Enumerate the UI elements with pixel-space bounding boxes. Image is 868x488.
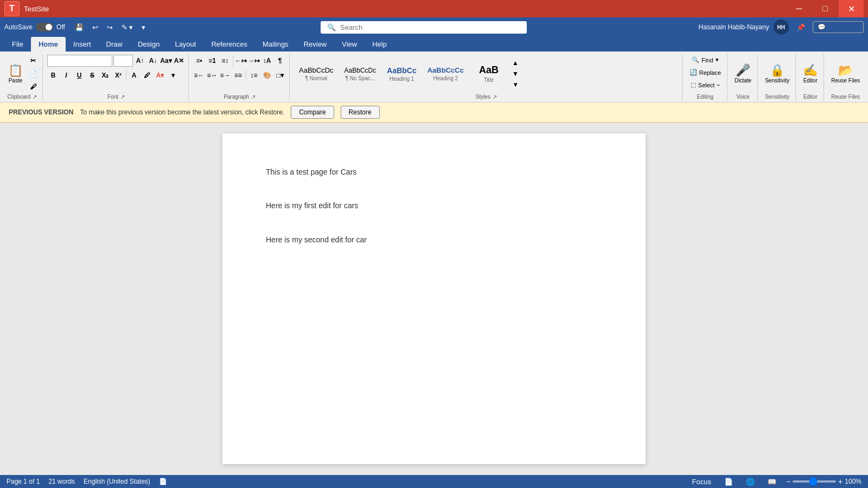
ribbon-area: AutoSave Off 💾 ↩ ↪ ✎ ▾ ▾ 🔍 Hasanain Habi… [0, 17, 868, 102]
font-size-input[interactable] [113, 55, 133, 67]
find-button[interactable]: 🔍 Find ▾ [687, 55, 724, 65]
align-center-button[interactable]: ≡↔ [206, 69, 218, 81]
cut-button[interactable]: ✂ [27, 55, 39, 67]
compare-button[interactable]: Compare [291, 106, 334, 119]
font-expand-icon[interactable]: ↗ [120, 94, 125, 100]
paste-icon: 📋 [8, 65, 23, 76]
paragraph-2: Here is my first edit for cars [266, 200, 602, 211]
style-heading2[interactable]: AaBbCcCc Heading 2 [423, 59, 469, 89]
zoom-in-button[interactable]: + [838, 477, 843, 486]
sensitivity-group-content: 🔒 Sensitivity [762, 55, 792, 93]
styles-scroll-up[interactable]: ▲ [509, 57, 521, 68]
close-button[interactable]: ✕ [839, 0, 864, 17]
style-title[interactable]: AaB Title [470, 59, 508, 89]
title-bar-controls: ─ □ ✕ [787, 0, 864, 17]
print-layout-button[interactable]: 📄 [721, 476, 736, 488]
tab-view[interactable]: View [334, 37, 365, 52]
numbering-button[interactable]: ≡1 [206, 55, 218, 67]
tab-design[interactable]: Design [130, 37, 167, 52]
maximize-button[interactable]: □ [813, 0, 838, 17]
styles-more[interactable]: ▾ [509, 79, 521, 90]
replace-button[interactable]: 🔄 Replace [687, 67, 724, 78]
editing-group: 🔍 Find ▾ 🔄 Replace ⬚ Select ~ Editing [684, 54, 727, 101]
tab-help[interactable]: Help [365, 37, 394, 52]
bold-button[interactable]: B [47, 69, 59, 81]
dictate-button[interactable]: 🎤 Dictate [732, 57, 754, 90]
grow-font-button[interactable]: A↑ [134, 55, 146, 67]
tab-draw[interactable]: Draw [99, 37, 130, 52]
document-content: This is a test page for Cars Here is my … [266, 166, 602, 246]
redo-button[interactable]: ↪ [104, 21, 116, 34]
reading-view-button[interactable]: 📖 [764, 476, 780, 488]
tab-mailings[interactable]: Mailings [255, 37, 296, 52]
tab-review[interactable]: Review [296, 37, 335, 52]
zoom-slider[interactable] [793, 480, 836, 483]
tab-home[interactable]: Home [31, 37, 66, 52]
align-left-button[interactable]: ≡← [193, 69, 205, 81]
minimize-button[interactable]: ─ [787, 0, 812, 17]
sensitivity-button[interactable]: 🔒 Sensitivity [762, 57, 792, 90]
clipboard-group: 📋 Paste ✂ 📄 🖌 Clipboard ↗ [2, 54, 43, 101]
previous-version-message: To make this previous version become the… [80, 108, 284, 116]
style-heading1[interactable]: AaBbCc Heading 1 [382, 59, 421, 89]
border-button[interactable]: □▾ [274, 69, 286, 81]
tab-insert[interactable]: Insert [66, 37, 99, 52]
tab-layout[interactable]: Layout [167, 37, 203, 52]
clipboard-expand-icon[interactable]: ↗ [33, 94, 37, 100]
style-no-space[interactable]: AaBbCcDc ¶ No Spac... [340, 59, 381, 89]
italic-button[interactable]: I [60, 69, 72, 81]
multilevel-button[interactable]: ≡↕ [219, 55, 231, 67]
autosave-toggle[interactable] [36, 23, 53, 31]
style-normal[interactable]: AaBbCcDc ¶ Normal [294, 59, 339, 89]
select-button[interactable]: ⬚ Select ~ [687, 80, 724, 90]
subscript-button[interactable]: X₂ [99, 69, 111, 81]
increase-indent-button[interactable]: →↦ [248, 55, 260, 67]
justify-button[interactable]: ≡≡ [232, 69, 244, 81]
restore-button[interactable]: Restore [341, 106, 380, 119]
align-right-button[interactable]: ≡→ [219, 69, 231, 81]
styles-expand-icon[interactable]: ↗ [493, 94, 497, 100]
shrink-font-button[interactable]: A↓ [147, 55, 159, 67]
web-layout-button[interactable]: 🌐 [743, 476, 758, 488]
editor-group: ✍ Editor Editor [797, 54, 824, 101]
change-case-button[interactable]: Aa▾ [160, 55, 172, 67]
show-formatting-button[interactable]: ¶ [274, 55, 286, 67]
shading-button[interactable]: ▾ [167, 69, 179, 81]
undo-button[interactable]: ↩ [89, 21, 101, 34]
line-spacing-button[interactable]: ↕≡ [248, 69, 260, 81]
more-qa-button[interactable]: ✎ ▾ [118, 21, 137, 34]
save-button[interactable]: 💾 [72, 21, 87, 34]
ribbon-display-button[interactable]: 📌 [793, 21, 808, 34]
editor-label: Editor [800, 94, 820, 100]
autosave-group: AutoSave Off [4, 23, 65, 31]
decrease-indent-button[interactable]: ←↦ [235, 55, 247, 67]
paste-button[interactable]: 📋 Paste [5, 57, 25, 90]
font-color-button[interactable]: A [128, 69, 140, 81]
shading-para-button[interactable]: 🎨 [261, 69, 273, 81]
comments-button[interactable]: 💬 Comments [813, 21, 864, 33]
format-painter-button[interactable]: 🖌 [27, 81, 39, 93]
text-color-button[interactable]: A▾ [154, 69, 166, 81]
editor-button[interactable]: ✍ Editor [800, 57, 820, 90]
zoom-out-button[interactable]: − [786, 477, 790, 486]
highlight-button[interactable]: 🖊 [141, 69, 153, 81]
find-dropdown-icon: ▾ [716, 56, 719, 63]
clipboard-label: Clipboard ↗ [5, 94, 39, 100]
font-name-input[interactable] [47, 55, 112, 67]
strikethrough-button[interactable]: S [86, 69, 98, 81]
copy-button[interactable]: 📄 [27, 68, 39, 80]
tab-file[interactable]: File [4, 37, 31, 52]
sort-button[interactable]: ↕A [261, 55, 273, 67]
sensitivity-group: 🔒 Sensitivity Sensitivity [759, 54, 796, 101]
bullets-button[interactable]: ≡• [193, 55, 205, 67]
paragraph-expand-icon[interactable]: ↗ [251, 94, 256, 100]
focus-button[interactable]: Focus [689, 476, 714, 488]
reuse-files-button[interactable]: 📂 Reuse Files [828, 57, 863, 90]
underline-button[interactable]: U [73, 69, 85, 81]
tab-references[interactable]: References [203, 37, 254, 52]
clear-format-button[interactable]: A✕ [173, 55, 185, 67]
superscript-button[interactable]: X² [112, 69, 124, 81]
styles-scroll-down[interactable]: ▼ [509, 68, 521, 79]
search-input[interactable] [340, 23, 520, 31]
customize-qa-button[interactable]: ▾ [138, 21, 149, 34]
